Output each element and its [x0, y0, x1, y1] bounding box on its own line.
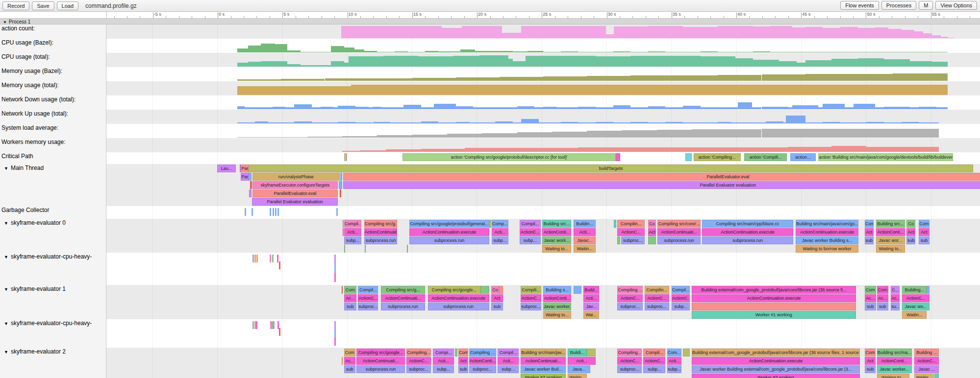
slice[interactable]: Compiling src/google...	[356, 349, 405, 356]
slice[interactable]: Javac...	[574, 236, 596, 244]
slice[interactable]: subprocess.run	[381, 303, 426, 310]
load-button[interactable]: Load	[57, 1, 78, 10]
slice[interactable]: action 'Compili...	[744, 153, 787, 161]
slice[interactable]: C...	[891, 286, 900, 294]
slice[interactable]	[250, 181, 252, 189]
slice[interactable]	[407, 245, 408, 253]
slice[interactable]: Compiling src/google...	[428, 286, 480, 294]
track-label-skyframe-evaluator-cpu-heavy-2[interactable]: ▼skyframe-evaluator-cpu-heavy-	[0, 319, 106, 348]
slice[interactable]: Compil...	[520, 220, 541, 228]
slice[interactable]: ActionContinuation.execute	[692, 357, 860, 365]
track-canvas-mem-bazel[interactable]	[106, 67, 980, 81]
slice[interactable]: Compiling...	[406, 349, 431, 356]
slice[interactable]: Waiting to...	[876, 245, 905, 253]
track-canvas-action-count[interactable]	[106, 24, 980, 39]
slice[interactable]: Compiling src/google/protobuf/generat...	[409, 220, 489, 228]
slice[interactable]: sub	[919, 236, 929, 244]
slice[interactable]: subprocess.run	[356, 365, 405, 373]
slice[interactable]: Compil...	[358, 286, 378, 294]
event-mark[interactable]	[245, 208, 246, 216]
flow-events-button[interactable]: Flow events	[840, 1, 879, 10]
slice[interactable]: ParallelEvaluator.eval	[252, 189, 338, 197]
slice[interactable]: Building s...	[543, 286, 571, 294]
slice[interactable]: subp...	[667, 365, 681, 373]
slice[interactable]: ActionC...	[902, 294, 929, 302]
track-canvas-critical-path[interactable]: action 'Compiling src/google/protobuf/de…	[106, 152, 980, 164]
track-canvas-skyframe-evaluator-1[interactable]: ComCompil...Compiling src/g...Compiling …	[106, 285, 980, 319]
slice[interactable]: Compi...	[433, 349, 454, 356]
slice[interactable]: Compil...	[672, 286, 690, 294]
slice[interactable]: Javac worker...	[543, 303, 571, 310]
slice[interactable]: Ac...	[891, 294, 900, 302]
slice[interactable]	[934, 374, 939, 378]
track-label-skyframe-evaluator-1[interactable]: ▼skyframe-evaluator 1	[0, 285, 106, 319]
slice[interactable]: ActionC...	[521, 294, 542, 302]
slice[interactable]: Waitin...	[568, 374, 587, 378]
slice[interactable]: sub	[865, 236, 874, 244]
slice[interactable]: subproc...	[617, 303, 643, 310]
slice[interactable]: subprocess.run	[428, 303, 489, 310]
track-label-main-thread[interactable]: ▼Main Thread	[0, 164, 106, 206]
slice[interactable]: ActionContinuati...	[356, 357, 405, 365]
track-canvas-workers-mem[interactable]	[106, 138, 980, 152]
slice[interactable]	[455, 349, 457, 356]
slice[interactable]: Parallel Evaluator evaluation	[343, 181, 980, 189]
slice[interactable]	[692, 303, 856, 310]
event-mark[interactable]	[272, 321, 273, 329]
slice[interactable]: Act	[919, 228, 929, 236]
slice[interactable]	[249, 173, 251, 181]
event-mark[interactable]	[334, 321, 336, 346]
event-mark[interactable]	[270, 255, 271, 262]
event-mark[interactable]	[254, 255, 256, 262]
track-canvas-skyframe-evaluator-cpu-heavy-1[interactable]	[106, 253, 980, 285]
slice[interactable]: Buildi...	[568, 349, 587, 356]
slice[interactable]: Waiting to borrow worker	[796, 245, 858, 253]
slice[interactable]: subp...	[344, 236, 362, 244]
slice[interactable]: Compilin...	[617, 220, 644, 228]
slice[interactable]: ActionC...	[617, 294, 643, 302]
slice[interactable]: ActionC...	[643, 357, 665, 365]
slice[interactable]: Acti...	[583, 294, 599, 302]
slice[interactable]: sub	[344, 303, 356, 310]
slice[interactable]: Act	[491, 294, 503, 302]
slice[interactable]: Javac wo...	[902, 303, 929, 310]
slice[interactable]	[616, 153, 620, 161]
slice[interactable]	[489, 220, 491, 228]
event-mark[interactable]	[279, 261, 280, 269]
slice[interactable]	[648, 236, 656, 244]
slice[interactable]: ActionConti...	[876, 228, 905, 236]
slice[interactable]: Compil...	[344, 220, 362, 228]
slice[interactable]: Com	[458, 349, 468, 356]
slice[interactable]	[249, 189, 251, 197]
slice[interactable]: Wai...	[583, 311, 599, 319]
slice[interactable]	[346, 153, 347, 161]
slice[interactable]: Building src...	[876, 220, 905, 228]
slice[interactable]: Acti...	[574, 228, 596, 236]
slice[interactable]: ActionContinuation.execute	[796, 228, 858, 236]
slice[interactable]: Compil...	[643, 349, 665, 356]
slice[interactable]: Com	[865, 286, 876, 294]
slice[interactable]	[365, 245, 366, 253]
slice[interactable]: subprocess.run	[364, 236, 398, 244]
slice[interactable]: ActionContinuati...	[364, 228, 398, 236]
slice[interactable]: ActionC...	[617, 357, 642, 365]
slice[interactable]: Build...	[583, 286, 599, 294]
slice[interactable]: ActionC...	[520, 228, 541, 236]
slice[interactable]: Co	[906, 220, 915, 228]
slice[interactable]	[614, 220, 616, 228]
slice[interactable]: subprocess.run	[702, 236, 793, 244]
slice[interactable]: Buildin...	[574, 220, 596, 228]
slice[interactable]: buildTargets	[249, 165, 973, 172]
track-canvas-skyframe-evaluator-0[interactable]: Compil...Compiling src/g...Compiling src…	[106, 219, 980, 253]
processes-button[interactable]: Processes	[881, 1, 916, 10]
slice[interactable]: Javac worker Building external/com_googl…	[692, 365, 860, 373]
slice[interactable]	[480, 286, 489, 294]
slice[interactable]: Compilin...	[645, 286, 669, 294]
event-mark[interactable]	[277, 255, 278, 262]
slice[interactable]: Ac...	[344, 357, 355, 365]
slice[interactable]: subp...	[433, 365, 454, 373]
slice[interactable]: action 'Compiling...	[694, 153, 741, 161]
slice[interactable]: ActionC...	[406, 357, 431, 365]
event-mark[interactable]	[256, 321, 257, 329]
slice[interactable]: subprocess.run	[409, 236, 489, 244]
